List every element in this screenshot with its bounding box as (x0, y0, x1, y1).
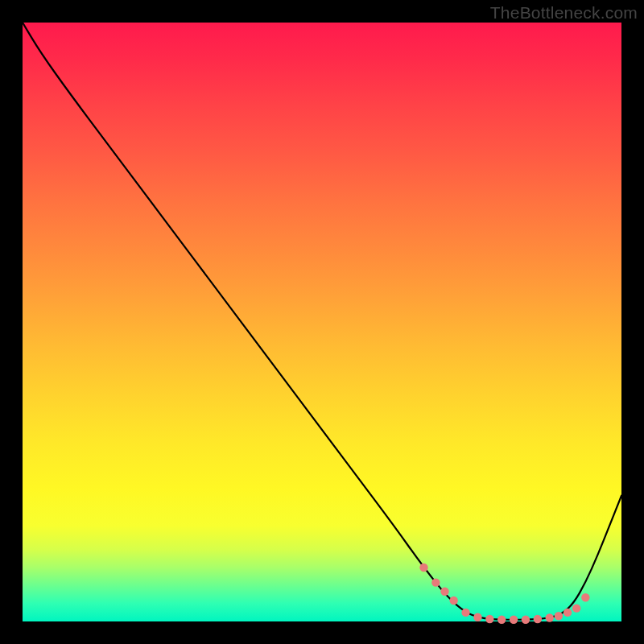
curve-marker (546, 613, 554, 621)
curve-marker (581, 593, 589, 601)
curve-svg (23, 23, 621, 621)
bottleneck-curve (23, 23, 621, 620)
curve-marker (473, 613, 481, 621)
curve-marker (497, 616, 506, 624)
curve-marker (461, 609, 469, 617)
watermark-text: TheBottleneck.com (490, 3, 638, 23)
curve-marker (510, 616, 518, 624)
curve-marker (564, 609, 572, 617)
curve-marker (555, 612, 563, 620)
curve-marker (431, 578, 440, 586)
curve-marker (522, 616, 530, 624)
curve-marker (485, 615, 493, 623)
curve-marker (572, 604, 580, 612)
chart-frame: TheBottleneck.com (0, 0, 644, 644)
curve-marker (449, 597, 457, 605)
curve-marker (419, 564, 427, 572)
plot-area (23, 23, 621, 621)
curve-marker (440, 588, 448, 596)
curve-markers (419, 564, 589, 624)
curve-marker (534, 615, 542, 623)
